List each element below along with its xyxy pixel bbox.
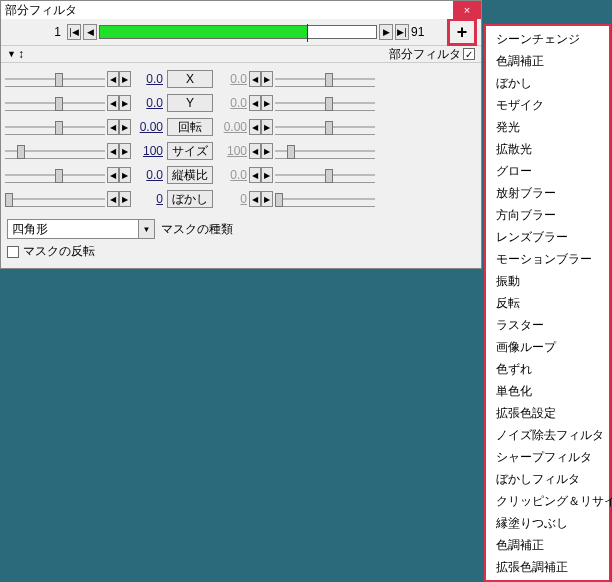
triangle-right-icon[interactable]: ▶: [261, 119, 273, 135]
triangle-left-icon[interactable]: ◀: [107, 95, 119, 111]
triangle-left-icon[interactable]: ◀: [249, 95, 261, 111]
param-slider-left[interactable]: [5, 191, 105, 207]
param-name-button[interactable]: ぼかし: [167, 190, 213, 208]
param-value-right[interactable]: 0.0: [215, 72, 249, 86]
menu-item[interactable]: 方向ブラー: [486, 204, 609, 226]
chevron-down-icon[interactable]: ▼: [138, 220, 154, 238]
param-spin-right[interactable]: ◀▶: [249, 191, 273, 207]
param-slider-right[interactable]: [275, 143, 375, 159]
param-value-right[interactable]: 100: [215, 144, 249, 158]
triangle-right-icon[interactable]: ▶: [261, 191, 273, 207]
mask-type-select[interactable]: 四角形 ▼: [7, 219, 155, 239]
menu-item[interactable]: 色ずれ: [486, 358, 609, 380]
triangle-right-icon[interactable]: ▶: [119, 167, 131, 183]
menu-item[interactable]: 色調補正: [486, 50, 609, 72]
param-spin-right[interactable]: ◀▶: [249, 143, 273, 159]
menu-item[interactable]: モーションブラー: [486, 248, 609, 270]
triangle-left-icon[interactable]: ◀: [249, 167, 261, 183]
param-value-left[interactable]: 100: [131, 144, 165, 158]
triangle-left-icon[interactable]: ◀: [249, 119, 261, 135]
menu-item[interactable]: 発光: [486, 116, 609, 138]
triangle-left-icon[interactable]: ◀: [107, 191, 119, 207]
section-header[interactable]: ▼ ↕ 部分フィルタ: [1, 45, 481, 63]
menu-item[interactable]: 縁塗りつぶし: [486, 512, 609, 534]
menu-item[interactable]: 拡張色調補正: [486, 556, 609, 578]
menu-item[interactable]: 画像ループ: [486, 336, 609, 358]
param-slider-right[interactable]: [275, 167, 375, 183]
menu-item[interactable]: シーンチェンジ: [486, 28, 609, 50]
triangle-right-icon[interactable]: ▶: [119, 191, 131, 207]
seek-next-icon[interactable]: ▶: [379, 24, 393, 40]
menu-item[interactable]: 振動: [486, 270, 609, 292]
menu-item[interactable]: 拡散光: [486, 138, 609, 160]
param-slider-left[interactable]: [5, 95, 105, 111]
frame-start[interactable]: 1: [5, 25, 65, 39]
filter-menu[interactable]: シーンチェンジ色調補正ぼかしモザイク発光拡散光グロー放射ブラー方向ブラーレンズブ…: [484, 24, 611, 582]
triangle-left-icon[interactable]: ◀: [249, 143, 261, 159]
menu-item[interactable]: 単色化: [486, 380, 609, 402]
param-value-left[interactable]: 0.00: [131, 120, 165, 134]
param-value-left[interactable]: 0: [131, 192, 165, 206]
triangle-right-icon[interactable]: ▶: [261, 71, 273, 87]
triangle-left-icon[interactable]: ◀: [107, 143, 119, 159]
param-slider-left[interactable]: [5, 167, 105, 183]
param-spin-left[interactable]: ◀▶: [107, 143, 131, 159]
param-spin-left[interactable]: ◀▶: [107, 71, 131, 87]
param-spin-left[interactable]: ◀▶: [107, 119, 131, 135]
handle-icon[interactable]: ↕: [18, 47, 24, 61]
param-name-button[interactable]: 回転: [167, 118, 213, 136]
param-slider-left[interactable]: [5, 143, 105, 159]
param-slider-right[interactable]: [275, 95, 375, 111]
triangle-right-icon[interactable]: ▶: [261, 143, 273, 159]
close-button[interactable]: ×: [453, 1, 481, 19]
param-spin-right[interactable]: ◀▶: [249, 119, 273, 135]
param-value-left[interactable]: 0.0: [131, 168, 165, 182]
param-slider-right[interactable]: [275, 119, 375, 135]
triangle-right-icon[interactable]: ▶: [119, 95, 131, 111]
param-slider-left[interactable]: [5, 119, 105, 135]
triangle-left-icon[interactable]: ◀: [107, 71, 119, 87]
triangle-left-icon[interactable]: ◀: [107, 119, 119, 135]
timeline-marker[interactable]: [307, 24, 308, 42]
menu-item[interactable]: レンズブラー: [486, 226, 609, 248]
menu-item[interactable]: クリッピング＆リサイズ: [486, 490, 609, 512]
param-value-right[interactable]: 0.0: [215, 96, 249, 110]
param-value-left[interactable]: 0.0: [131, 72, 165, 86]
menu-item[interactable]: 拡張色設定: [486, 402, 609, 424]
frame-end[interactable]: 91: [411, 25, 441, 39]
param-spin-left[interactable]: ◀▶: [107, 191, 131, 207]
menu-item[interactable]: ぼかしフィルタ: [486, 468, 609, 490]
param-value-right[interactable]: 0: [215, 192, 249, 206]
triangle-left-icon[interactable]: ◀: [249, 191, 261, 207]
param-name-button[interactable]: Y: [167, 94, 213, 112]
menu-item[interactable]: ノイズ除去フィルタ: [486, 424, 609, 446]
triangle-right-icon[interactable]: ▶: [261, 167, 273, 183]
menu-item[interactable]: 放射ブラー: [486, 182, 609, 204]
triangle-left-icon[interactable]: ◀: [249, 71, 261, 87]
timeline-track[interactable]: [99, 25, 377, 39]
param-slider-left[interactable]: [5, 71, 105, 87]
param-spin-left[interactable]: ◀▶: [107, 167, 131, 183]
menu-item[interactable]: モザイク: [486, 94, 609, 116]
param-name-button[interactable]: 縦横比: [167, 166, 213, 184]
seek-end-icon[interactable]: ▶|: [395, 24, 409, 40]
param-name-button[interactable]: サイズ: [167, 142, 213, 160]
menu-item[interactable]: シャープフィルタ: [486, 446, 609, 468]
param-slider-right[interactable]: [275, 71, 375, 87]
param-spin-right[interactable]: ◀▶: [249, 167, 273, 183]
triangle-left-icon[interactable]: ◀: [107, 167, 119, 183]
seek-prev-icon[interactable]: ◀: [83, 24, 97, 40]
menu-item[interactable]: 色調補正: [486, 534, 609, 556]
param-value-right[interactable]: 0.00: [215, 120, 249, 134]
triangle-right-icon[interactable]: ▶: [119, 143, 131, 159]
triangle-right-icon[interactable]: ▶: [261, 95, 273, 111]
seek-start-icon[interactable]: |◀: [67, 24, 81, 40]
param-spin-left[interactable]: ◀▶: [107, 95, 131, 111]
param-spin-right[interactable]: ◀▶: [249, 71, 273, 87]
titlebar[interactable]: 部分フィルタ ×: [1, 1, 481, 19]
triangle-right-icon[interactable]: ▶: [119, 119, 131, 135]
collapse-icon[interactable]: ▼: [7, 49, 16, 59]
enable-checkbox[interactable]: [463, 48, 475, 60]
invert-checkbox[interactable]: [7, 246, 19, 258]
menu-item[interactable]: 反転: [486, 292, 609, 314]
